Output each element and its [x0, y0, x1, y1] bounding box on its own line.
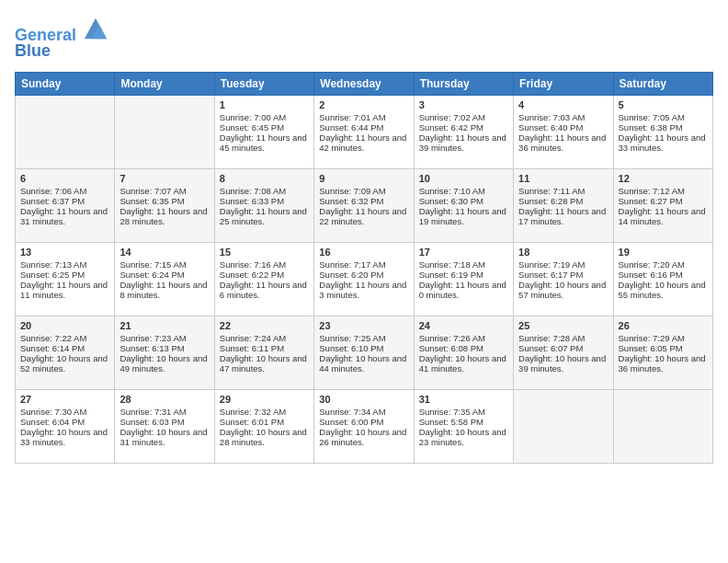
- day-number: 4: [518, 99, 608, 110]
- day-number: 7: [119, 173, 209, 184]
- calendar-cell: 15Sunrise: 7:16 AMSunset: 6:22 PMDayligh…: [214, 242, 313, 316]
- day-info: Sunrise: 7:00 AMSunset: 6:45 PMDaylight:…: [220, 112, 307, 153]
- day-info: Sunrise: 7:05 AMSunset: 6:38 PMDaylight:…: [619, 112, 706, 153]
- calendar-week-row: 27Sunrise: 7:30 AMSunset: 6:04 PMDayligh…: [16, 389, 713, 463]
- day-info: Sunrise: 7:28 AMSunset: 6:07 PMDaylight:…: [518, 333, 606, 373]
- weekday-header-thursday: Thursday: [414, 72, 513, 95]
- day-number: 22: [220, 320, 309, 331]
- day-info: Sunrise: 7:01 AMSunset: 6:44 PMDaylight:…: [319, 112, 406, 153]
- calendar-cell: 4Sunrise: 7:03 AMSunset: 6:40 PMDaylight…: [514, 95, 613, 168]
- calendar-cell: 23Sunrise: 7:25 AMSunset: 6:10 PMDayligh…: [314, 316, 414, 389]
- weekday-header-wednesday: Wednesday: [314, 72, 414, 95]
- day-number: 11: [518, 173, 608, 184]
- calendar-cell: 19Sunrise: 7:20 AMSunset: 6:16 PMDayligh…: [613, 242, 712, 316]
- weekday-header-saturday: Saturday: [613, 72, 712, 95]
- day-number: 31: [419, 394, 508, 405]
- calendar-cell: 30Sunrise: 7:34 AMSunset: 6:00 PMDayligh…: [314, 389, 414, 463]
- calendar-cell: [514, 389, 613, 463]
- calendar-cell: 14Sunrise: 7:15 AMSunset: 6:24 PMDayligh…: [115, 242, 214, 316]
- calendar-cell: [613, 389, 712, 463]
- day-number: 27: [20, 394, 109, 405]
- day-info: Sunrise: 7:19 AMSunset: 6:17 PMDaylight:…: [518, 259, 606, 300]
- day-number: 14: [119, 247, 209, 258]
- calendar-cell: [115, 95, 214, 168]
- day-number: 16: [319, 247, 408, 258]
- day-info: Sunrise: 7:23 AMSunset: 6:13 PMDaylight:…: [119, 333, 207, 373]
- day-info: Sunrise: 7:34 AMSunset: 6:00 PMDaylight:…: [319, 407, 406, 447]
- day-info: Sunrise: 7:31 AMSunset: 6:03 PMDaylight:…: [119, 407, 207, 447]
- day-number: 15: [220, 247, 309, 258]
- calendar-cell: 25Sunrise: 7:28 AMSunset: 6:07 PMDayligh…: [514, 316, 613, 389]
- calendar-cell: 21Sunrise: 7:23 AMSunset: 6:13 PMDayligh…: [115, 316, 214, 389]
- day-info: Sunrise: 7:26 AMSunset: 6:08 PMDaylight:…: [419, 333, 506, 373]
- calendar-week-row: 6Sunrise: 7:06 AMSunset: 6:37 PMDaylight…: [16, 168, 713, 242]
- day-number: 30: [319, 394, 408, 405]
- day-info: Sunrise: 7:24 AMSunset: 6:11 PMDaylight:…: [220, 333, 307, 373]
- page-header: General Blue: [15, 15, 713, 61]
- weekday-header-tuesday: Tuesday: [214, 72, 313, 95]
- calendar-cell: 18Sunrise: 7:19 AMSunset: 6:17 PMDayligh…: [514, 242, 613, 316]
- calendar-cell: 13Sunrise: 7:13 AMSunset: 6:25 PMDayligh…: [16, 242, 115, 316]
- calendar-cell: 6Sunrise: 7:06 AMSunset: 6:37 PMDaylight…: [16, 168, 115, 242]
- calendar-cell: 31Sunrise: 7:35 AMSunset: 5:58 PMDayligh…: [414, 389, 513, 463]
- calendar-cell: 10Sunrise: 7:10 AMSunset: 6:30 PMDayligh…: [414, 168, 513, 242]
- day-info: Sunrise: 7:20 AMSunset: 6:16 PMDaylight:…: [619, 259, 706, 300]
- calendar-cell: 29Sunrise: 7:32 AMSunset: 6:01 PMDayligh…: [214, 389, 313, 463]
- day-number: 2: [319, 99, 408, 110]
- calendar-cell: 12Sunrise: 7:12 AMSunset: 6:27 PMDayligh…: [613, 168, 712, 242]
- day-info: Sunrise: 7:03 AMSunset: 6:40 PMDaylight:…: [518, 112, 606, 153]
- calendar-cell: 17Sunrise: 7:18 AMSunset: 6:19 PMDayligh…: [414, 242, 513, 316]
- day-number: 1: [220, 99, 309, 110]
- calendar-cell: 26Sunrise: 7:29 AMSunset: 6:05 PMDayligh…: [613, 316, 712, 389]
- day-number: 18: [518, 247, 608, 258]
- day-info: Sunrise: 7:13 AMSunset: 6:25 PMDaylight:…: [20, 259, 108, 300]
- calendar-cell: 11Sunrise: 7:11 AMSunset: 6:28 PMDayligh…: [514, 168, 613, 242]
- day-info: Sunrise: 7:08 AMSunset: 6:33 PMDaylight:…: [220, 186, 307, 226]
- day-number: 20: [20, 320, 109, 331]
- day-info: Sunrise: 7:06 AMSunset: 6:37 PMDaylight:…: [20, 186, 108, 226]
- calendar-cell: 8Sunrise: 7:08 AMSunset: 6:33 PMDaylight…: [214, 168, 313, 242]
- calendar-cell: 9Sunrise: 7:09 AMSunset: 6:32 PMDaylight…: [314, 168, 414, 242]
- calendar-cell: 22Sunrise: 7:24 AMSunset: 6:11 PMDayligh…: [214, 316, 313, 389]
- day-number: 8: [220, 173, 309, 184]
- day-info: Sunrise: 7:18 AMSunset: 6:19 PMDaylight:…: [419, 259, 506, 300]
- day-number: 10: [419, 173, 508, 184]
- day-info: Sunrise: 7:02 AMSunset: 6:42 PMDaylight:…: [419, 112, 506, 153]
- day-number: 25: [518, 320, 608, 331]
- calendar-week-row: 13Sunrise: 7:13 AMSunset: 6:25 PMDayligh…: [16, 242, 713, 316]
- calendar-cell: 24Sunrise: 7:26 AMSunset: 6:08 PMDayligh…: [414, 316, 513, 389]
- day-info: Sunrise: 7:30 AMSunset: 6:04 PMDaylight:…: [20, 407, 108, 447]
- calendar-week-row: 1Sunrise: 7:00 AMSunset: 6:45 PMDaylight…: [16, 95, 713, 168]
- calendar-cell: [16, 95, 115, 168]
- day-number: 9: [319, 173, 408, 184]
- calendar-week-row: 20Sunrise: 7:22 AMSunset: 6:14 PMDayligh…: [16, 316, 713, 389]
- day-number: 19: [619, 247, 708, 258]
- day-info: Sunrise: 7:10 AMSunset: 6:30 PMDaylight:…: [419, 186, 506, 226]
- calendar-cell: 3Sunrise: 7:02 AMSunset: 6:42 PMDaylight…: [414, 95, 513, 168]
- calendar-cell: 27Sunrise: 7:30 AMSunset: 6:04 PMDayligh…: [16, 389, 115, 463]
- weekday-header-monday: Monday: [115, 72, 214, 95]
- day-info: Sunrise: 7:29 AMSunset: 6:05 PMDaylight:…: [619, 333, 706, 373]
- weekday-header-row: SundayMondayTuesdayWednesdayThursdayFrid…: [16, 72, 713, 95]
- calendar-cell: 7Sunrise: 7:07 AMSunset: 6:35 PMDaylight…: [115, 168, 214, 242]
- day-number: 23: [319, 320, 408, 331]
- calendar-cell: 28Sunrise: 7:31 AMSunset: 6:03 PMDayligh…: [115, 389, 214, 463]
- day-info: Sunrise: 7:11 AMSunset: 6:28 PMDaylight:…: [518, 186, 606, 226]
- day-info: Sunrise: 7:22 AMSunset: 6:14 PMDaylight:…: [20, 333, 108, 373]
- calendar-cell: 16Sunrise: 7:17 AMSunset: 6:20 PMDayligh…: [314, 242, 414, 316]
- day-info: Sunrise: 7:32 AMSunset: 6:01 PMDaylight:…: [220, 407, 307, 447]
- logo: General Blue: [15, 15, 108, 61]
- day-info: Sunrise: 7:12 AMSunset: 6:27 PMDaylight:…: [619, 186, 706, 226]
- calendar-cell: 1Sunrise: 7:00 AMSunset: 6:45 PMDaylight…: [214, 95, 313, 168]
- day-info: Sunrise: 7:25 AMSunset: 6:10 PMDaylight:…: [319, 333, 406, 373]
- calendar-table: SundayMondayTuesdayWednesdayThursdayFrid…: [15, 72, 713, 464]
- day-info: Sunrise: 7:15 AMSunset: 6:24 PMDaylight:…: [119, 259, 207, 300]
- day-number: 26: [619, 320, 708, 331]
- day-info: Sunrise: 7:16 AMSunset: 6:22 PMDaylight:…: [220, 259, 307, 300]
- day-number: 29: [220, 394, 309, 405]
- day-number: 24: [419, 320, 508, 331]
- day-info: Sunrise: 7:07 AMSunset: 6:35 PMDaylight:…: [119, 186, 207, 226]
- calendar-cell: 20Sunrise: 7:22 AMSunset: 6:14 PMDayligh…: [16, 316, 115, 389]
- calendar-cell: 5Sunrise: 7:05 AMSunset: 6:38 PMDaylight…: [613, 95, 712, 168]
- day-number: 3: [419, 99, 508, 110]
